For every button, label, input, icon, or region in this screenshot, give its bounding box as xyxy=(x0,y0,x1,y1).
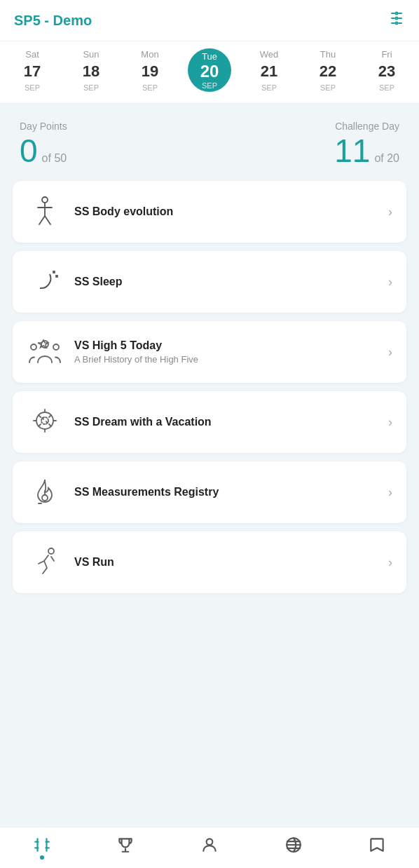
svg-point-9 xyxy=(42,197,48,203)
challenge-day-block: Challenge Day 11 of 20 xyxy=(334,121,399,167)
challenge-day-suffix: of 20 xyxy=(374,152,399,165)
svg-point-0 xyxy=(396,13,398,15)
day-points-suffix: of 50 xyxy=(42,152,67,165)
app-header: SP5 - Demo xyxy=(0,0,419,41)
svg-point-2 xyxy=(396,22,398,25)
card-icon-sleep xyxy=(27,264,63,300)
card-title-dream-vacation: SS Dream with a Vacation xyxy=(74,416,377,428)
card-title-run: VS Run xyxy=(74,556,377,569)
nav-globe[interactable] xyxy=(284,836,303,854)
calendar-day-19[interactable]: Mon 19 SEP xyxy=(129,49,171,92)
card-chevron-measurements: › xyxy=(388,485,392,500)
svg-point-23 xyxy=(207,839,213,845)
settings-icon[interactable] xyxy=(388,10,405,31)
svg-point-19 xyxy=(42,495,48,501)
card-sleep[interactable]: SS Sleep › xyxy=(13,251,406,313)
svg-line-13 xyxy=(45,216,50,224)
calendar-day-21[interactable]: Wed 21 SEP xyxy=(248,49,290,92)
card-chevron-sleep: › xyxy=(388,275,392,290)
day-points-label: Day Points xyxy=(20,121,67,132)
challenge-day-label: Challenge Day xyxy=(334,121,399,132)
bottom-nav xyxy=(0,827,419,868)
card-icon-dream-vacation xyxy=(27,404,63,440)
svg-point-1 xyxy=(396,18,398,20)
calendar-day-20[interactable]: Tue 20 SEP xyxy=(188,48,231,92)
card-dream-vacation[interactable]: SS Dream with a Vacation › xyxy=(13,391,406,453)
card-title-sleep: SS Sleep xyxy=(74,276,377,288)
svg-point-16 xyxy=(53,344,59,350)
card-title-high5: VS High 5 Today xyxy=(74,339,377,352)
challenge-day-value: 11 xyxy=(334,135,370,167)
calendar-strip: Sat 17 SEP Sun 18 SEP Mon 19 SEP Tue 20 … xyxy=(0,41,419,104)
card-chevron-high5: › xyxy=(388,345,392,360)
calendar-day-23[interactable]: Fri 23 SEP xyxy=(366,49,408,92)
card-high5[interactable]: VS High 5 Today A Brief History of the H… xyxy=(13,321,406,383)
card-icon-high5 xyxy=(27,334,63,370)
day-points-value: 0 xyxy=(20,135,38,167)
nav-workout[interactable] xyxy=(33,836,51,854)
svg-point-15 xyxy=(31,344,36,350)
card-title-body-evolution: SS Body evolution xyxy=(74,205,377,218)
card-chevron-body-evolution: › xyxy=(388,205,392,219)
card-icon-body-evolution xyxy=(27,194,63,230)
card-chevron-dream-vacation: › xyxy=(388,415,392,430)
svg-line-12 xyxy=(39,216,45,224)
card-icon-measurements xyxy=(27,474,63,510)
calendar-day-22[interactable]: Thu 22 SEP xyxy=(307,49,349,92)
app-title: SP5 - Demo xyxy=(14,13,92,29)
card-subtitle-high5: A Brief History of the High Five xyxy=(74,354,377,365)
card-title-measurements: SS Measurements Registry xyxy=(74,486,377,499)
day-points-block: Day Points 0 of 50 xyxy=(20,121,67,167)
card-run[interactable]: VS Run › xyxy=(13,531,406,593)
card-chevron-run: › xyxy=(388,555,392,570)
card-icon-run xyxy=(27,544,63,581)
cards-container: SS Body evolution › SS Sleep › VS High 5… xyxy=(0,181,419,607)
card-measurements[interactable]: SS Measurements Registry › xyxy=(13,461,406,523)
calendar-day-18[interactable]: Sun 18 SEP xyxy=(70,49,112,92)
card-body-evolution[interactable]: SS Body evolution › xyxy=(13,181,406,243)
nav-active-dot xyxy=(40,855,44,860)
svg-point-22 xyxy=(48,548,54,554)
nav-profile[interactable] xyxy=(200,836,219,854)
stats-row: Day Points 0 of 50 Challenge Day 11 of 2… xyxy=(0,104,419,181)
nav-trophy[interactable] xyxy=(116,836,135,854)
calendar-day-17[interactable]: Sat 17 SEP xyxy=(11,49,53,92)
nav-bookmark[interactable] xyxy=(368,836,386,854)
